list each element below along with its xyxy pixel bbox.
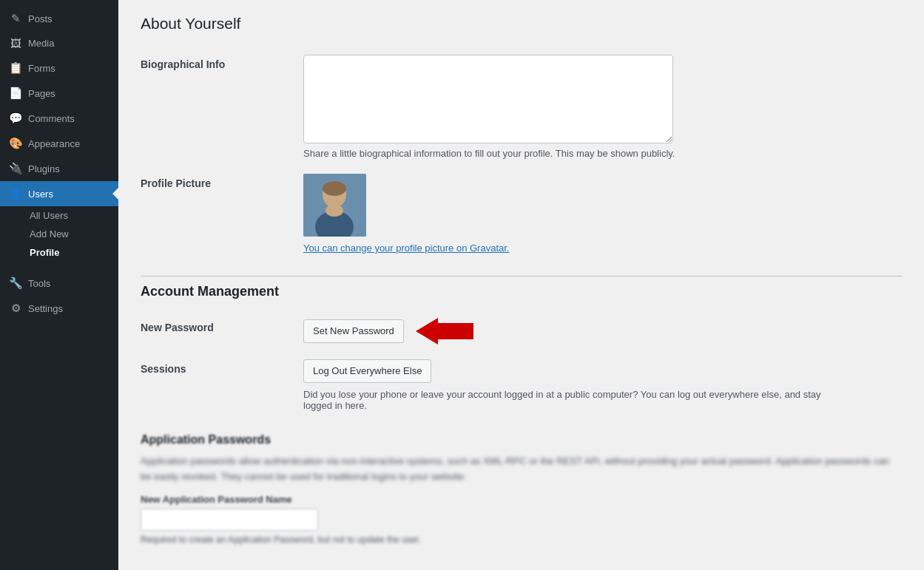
- new-password-label: New Password: [141, 311, 303, 352]
- sidebar-item-users[interactable]: 👤 Users: [0, 181, 118, 206]
- sidebar-item-comments[interactable]: 💬 Comments: [0, 106, 118, 131]
- forms-icon: 📋: [9, 61, 22, 75]
- app-password-name-input[interactable]: [141, 509, 318, 531]
- sidebar-item-all-users[interactable]: All Users: [24, 206, 118, 225]
- about-yourself-table: Biographical Info Share a little biograp…: [141, 47, 902, 261]
- media-icon: 🖼: [9, 37, 22, 50]
- sidebar-item-forms[interactable]: 📋 Forms: [0, 55, 118, 81]
- sidebar-item-settings[interactable]: ⚙ Settings: [0, 296, 118, 321]
- red-arrow-indicator: [416, 318, 473, 345]
- arrow-body: [438, 323, 473, 339]
- sessions-label: Sessions: [141, 352, 303, 418]
- bio-desc: Share a little biographical information …: [303, 148, 902, 159]
- tools-icon: 🔧: [9, 276, 22, 290]
- account-management-table: New Password Set New Password Sessions L…: [141, 311, 902, 418]
- sessions-desc: Did you lose your phone or leave your ac…: [303, 389, 821, 411]
- plugins-icon: 🔌: [9, 162, 22, 175]
- comments-icon: 💬: [9, 112, 22, 125]
- set-new-password-button[interactable]: Set New Password: [303, 319, 404, 343]
- sidebar-item-plugins[interactable]: 🔌 Plugins: [0, 156, 118, 181]
- users-icon: 👤: [9, 187, 22, 200]
- bio-textarea[interactable]: [303, 55, 673, 143]
- password-row-content: Set New Password: [303, 318, 902, 345]
- settings-icon: ⚙: [9, 302, 22, 315]
- app-passwords-desc: Application passwords allow authenticati…: [141, 454, 902, 485]
- app-password-note: Required to create an Application Passwo…: [141, 535, 902, 545]
- account-management-title: Account Management: [141, 276, 902, 299]
- application-passwords-section: Application Passwords Application passwo…: [141, 433, 902, 545]
- gravatar-link[interactable]: You can change your profile picture on G…: [303, 242, 902, 254]
- sidebar-item-media[interactable]: 🖼 Media: [0, 31, 118, 55]
- app-password-name-label: New Application Password Name: [141, 494, 902, 505]
- svg-point-4: [323, 181, 346, 196]
- sidebar: ✎ Posts 🖼 Media 📋 Forms 📄 Pages 💬 Commen…: [0, 0, 118, 570]
- profile-picture: [303, 174, 366, 237]
- profile-picture-label: Profile Picture: [141, 166, 303, 261]
- bio-row: Biographical Info Share a little biograp…: [141, 47, 902, 166]
- logout-everywhere-button[interactable]: Log Out Everywhere Else: [303, 359, 431, 383]
- pages-icon: 📄: [9, 86, 22, 100]
- new-password-row: New Password Set New Password: [141, 311, 902, 352]
- page-title: About Yourself: [141, 15, 902, 33]
- sidebar-item-profile[interactable]: Profile: [24, 243, 118, 262]
- users-submenu: All Users Add New Profile: [0, 206, 118, 262]
- appearance-icon: 🎨: [9, 137, 22, 150]
- profile-picture-row: Profile Picture Y: [141, 166, 902, 261]
- main-content: About Yourself Biographical Info Share a…: [118, 0, 924, 570]
- arrow-head: [416, 318, 438, 345]
- bio-label: Biographical Info: [141, 47, 303, 166]
- sidebar-item-tools[interactable]: 🔧 Tools: [0, 271, 118, 296]
- sessions-row: Sessions Log Out Everywhere Else Did you…: [141, 352, 902, 418]
- svg-point-3: [326, 205, 343, 217]
- sidebar-item-appearance[interactable]: 🎨 Appearance: [0, 131, 118, 156]
- sidebar-item-posts[interactable]: ✎ Posts: [0, 6, 118, 31]
- avatar-image: [303, 174, 366, 237]
- posts-icon: ✎: [9, 12, 22, 25]
- app-passwords-title: Application Passwords: [141, 433, 902, 447]
- sidebar-item-pages[interactable]: 📄 Pages: [0, 81, 118, 106]
- sidebar-item-add-new[interactable]: Add New: [24, 225, 118, 243]
